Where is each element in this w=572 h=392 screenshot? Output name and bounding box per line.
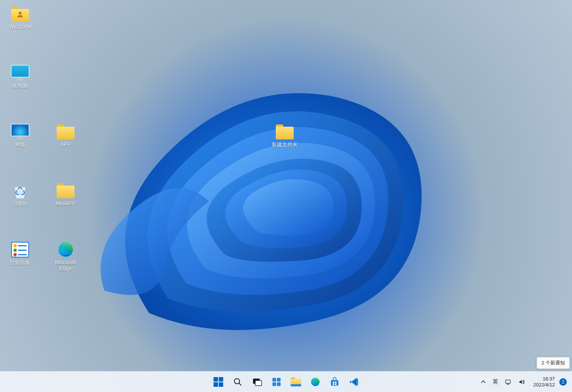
folder-icon [291,377,301,386]
icon-label: MicrosoftEdge [55,259,76,272]
ime-language-label: 英 [493,378,498,385]
search-icon [233,377,242,386]
icon-label: APP [60,142,71,148]
desktop-icon-network[interactable]: 网络 [2,121,38,149]
svg-rect-9 [277,382,281,386]
svg-rect-6 [272,378,276,382]
svg-rect-11 [331,380,338,386]
network-tray-icon [505,379,512,385]
svg-rect-5 [255,380,262,386]
file-explorer-button[interactable] [287,373,304,391]
task-view-button[interactable] [249,373,266,391]
svg-rect-7 [277,378,281,382]
taskbar: 英 16:37 2022/4/12 2 [0,371,572,392]
svg-rect-13 [335,382,336,383]
desktop-icon-miniapp-folder[interactable]: MiniAPP [48,180,83,208]
svg-rect-15 [335,383,336,385]
notification-tooltip: 2 个新通知 [537,357,570,369]
tray-overflow-button[interactable] [478,373,489,391]
desktop-icon-control-panel[interactable]: 控制面板 [2,239,38,267]
svg-rect-14 [333,383,334,385]
desktop-icon-user-folder[interactable]: Win11VM [2,4,38,32]
widgets-button[interactable] [268,373,285,391]
icon-label: 控制面板 [10,259,31,266]
store-icon [330,377,339,387]
svg-line-3 [239,383,241,385]
vscode-button[interactable] [345,373,363,391]
volume-icon [518,379,525,385]
svg-rect-16 [506,380,511,383]
widgets-icon [272,377,281,387]
edge-icon [310,377,320,387]
icon-label: 此电脑 [12,83,28,89]
icon-label: 网络 [15,142,25,148]
clock-display: 16:37 2022/4/12 [532,376,556,388]
ime-language-button[interactable]: 英 [490,373,501,391]
svg-point-0 [19,12,21,15]
svg-rect-8 [272,382,276,386]
vscode-icon [349,377,359,387]
edge-button[interactable] [307,373,324,391]
date-label: 2022/4/12 [533,382,555,388]
icon-label: 回收站 [12,200,28,207]
chevron-up-icon [481,379,486,385]
notification-count-badge: 2 [559,378,567,386]
network-tray-button[interactable] [502,373,515,391]
search-button[interactable] [229,373,246,391]
desktop-icon-new-folder[interactable]: 新建文件夹 [267,121,303,149]
volume-tray-button[interactable] [515,373,528,391]
store-button[interactable] [326,373,343,391]
taskbar-pinned-area [210,373,363,391]
time-label: 16:37 [543,376,555,382]
desktop-icon-recycle-bin[interactable]: 回收站 [2,180,38,208]
desktop-icon-app-folder[interactable]: APP [48,121,83,149]
icon-label: 新建文件夹 [272,142,298,148]
system-tray: 英 16:37 2022/4/12 2 [478,373,570,391]
desktop-icon-edge[interactable]: MicrosoftEdge [48,239,83,274]
windows-logo-icon [214,377,223,387]
desktop-icon-this-pc[interactable]: 此电脑 [2,63,38,91]
clock-button[interactable]: 16:37 2022/4/12 2 [529,373,570,391]
start-button[interactable] [210,373,227,391]
icon-label: MiniAPP [56,200,76,207]
icon-label: Win11VM [9,24,32,30]
desktop[interactable]: Win11VM 此电脑 网络 回收站 控制面板 APP MiniAPP [0,0,572,371]
task-view-icon [252,377,262,387]
svg-rect-12 [333,382,334,383]
